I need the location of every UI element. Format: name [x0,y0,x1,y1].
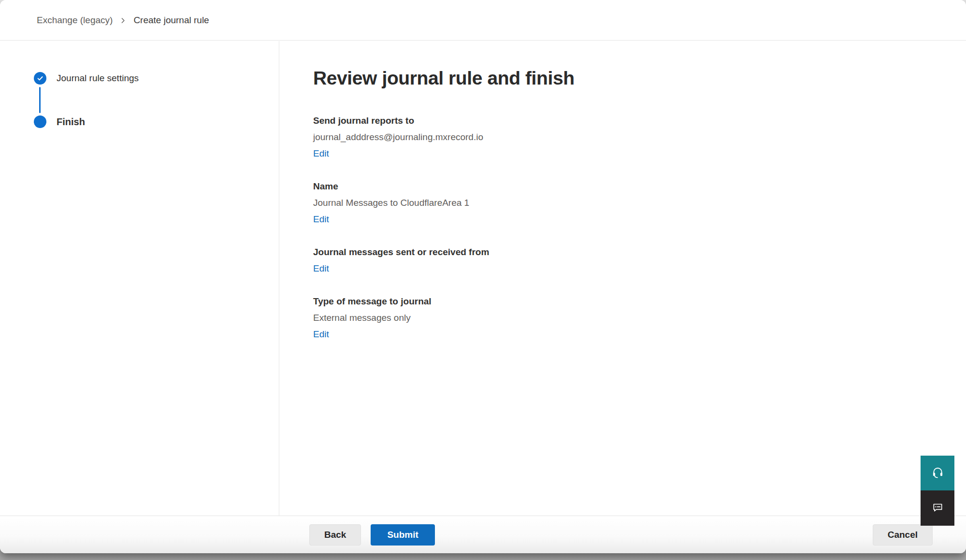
edit-send-journal-reports-link[interactable]: Edit [313,148,329,159]
section-label: Send journal reports to [313,115,923,127]
action-bar: Back Submit Cancel [0,516,966,553]
section-message-type: Type of message to journal External mess… [313,296,923,340]
feedback-button[interactable] [921,490,954,526]
section-label: Name [313,181,923,192]
step-label: Finish [57,116,85,128]
rule-name-value: Journal Messages to CloudflareArea 1 [313,197,923,209]
breadcrumb: Exchange (legacy) Create journal rule [0,0,966,41]
edit-name-link[interactable]: Edit [313,214,329,225]
floating-side-buttons [921,456,954,526]
headset-icon [931,466,944,480]
step-connector-line [39,87,41,113]
section-name: Name Journal Messages to CloudflareArea … [313,181,923,225]
section-label: Type of message to journal [313,296,923,307]
step-label: Journal rule settings [57,73,139,84]
breadcrumb-exchange-legacy[interactable]: Exchange (legacy) [37,15,113,26]
edit-message-type-link[interactable]: Edit [313,329,329,340]
wizard-steps-panel: Journal rule settings Finish [0,41,279,516]
chevron-right-icon [120,16,126,24]
breadcrumb-create-journal-rule: Create journal rule [133,15,209,26]
app-window: Exchange (legacy) Create journal rule Jo… [0,0,966,553]
journal-address-value: journal_adddress@journaling.mxrecord.io [313,131,923,143]
action-bar-left: Back Submit [309,524,435,546]
wizard-step-finish[interactable]: Finish [34,115,279,128]
step-dot-icon [34,115,46,128]
feedback-icon [931,501,944,516]
wizard-step-journal-rule-settings[interactable]: Journal rule settings [34,72,279,85]
section-label: Journal messages sent or received from [313,246,923,258]
edit-scope-link[interactable]: Edit [313,263,329,274]
check-icon [34,72,46,85]
section-journal-messages-scope: Journal messages sent or received from E… [313,246,923,274]
screen: Exchange (legacy) Create journal rule Jo… [0,0,966,560]
section-send-journal-reports: Send journal reports to journal_adddress… [313,115,923,159]
help-button[interactable] [921,456,954,490]
submit-button[interactable]: Submit [371,524,434,546]
review-content: Review journal rule and finish Send jour… [313,41,923,516]
cancel-button[interactable]: Cancel [873,524,933,546]
page-title: Review journal rule and finish [313,67,923,90]
message-type-value: External messages only [313,312,923,324]
back-button[interactable]: Back [309,524,361,546]
